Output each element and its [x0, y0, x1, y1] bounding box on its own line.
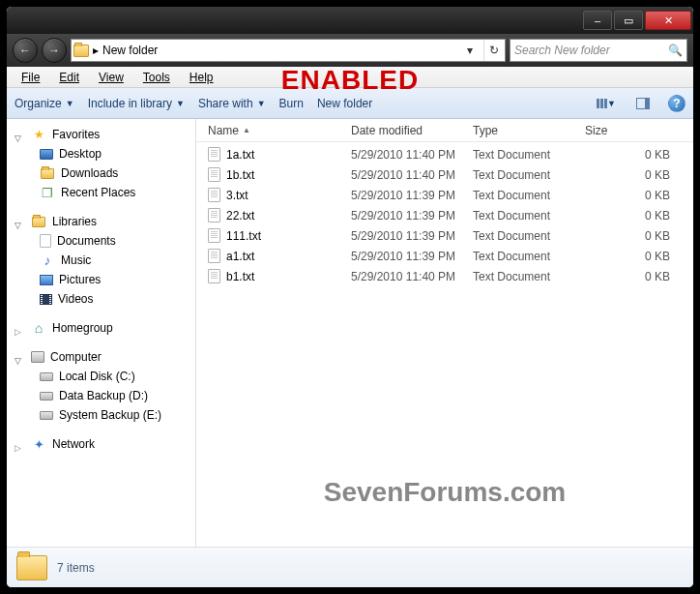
preview-pane-button[interactable] — [631, 94, 655, 113]
nav-videos[interactable]: Videos — [7, 289, 195, 309]
nav-libraries[interactable]: Libraries — [7, 212, 195, 231]
help-button[interactable]: ? — [668, 95, 685, 112]
chevron-down-icon: ▼ — [607, 99, 616, 108]
file-row[interactable]: a1.txt5/29/2010 11:39 PMText Document0 K… — [196, 246, 693, 266]
nav-group-computer: Computer Local Disk (C:) Data Backup (D:… — [7, 347, 195, 425]
file-type-cell: Text Document — [467, 168, 579, 182]
text-file-icon — [208, 228, 220, 243]
nav-drive-c[interactable]: Local Disk (C:) — [7, 367, 195, 386]
nav-computer[interactable]: Computer — [7, 347, 195, 367]
file-name: 111.txt — [226, 229, 261, 243]
videos-icon — [40, 294, 52, 305]
libraries-icon — [31, 214, 46, 229]
nav-favorites[interactable]: ★Favorites — [7, 125, 195, 144]
file-name-cell: 1b.txt — [202, 167, 345, 182]
minimize-button[interactable]: – — [583, 11, 612, 30]
address-dropdown-icon[interactable]: ▾ — [460, 40, 480, 61]
file-row[interactable]: 111.txt5/29/2010 11:39 PMText Document0 … — [196, 225, 693, 246]
nav-group-favorites: ★Favorites Desktop Downloads ❐Recent Pla… — [7, 125, 195, 202]
column-date-modified[interactable]: Date modified — [345, 124, 467, 137]
file-type-cell: Text Document — [467, 189, 579, 202]
text-file-icon — [208, 269, 220, 283]
file-row[interactable]: b1.txt5/29/2010 11:40 PMText Document0 K… — [196, 266, 693, 286]
menu-view[interactable]: View — [90, 68, 132, 87]
text-file-icon — [208, 208, 220, 223]
file-list-pane: Name▲ Date modified Type Size 1a.txt5/29… — [196, 119, 693, 547]
forward-button[interactable]: → — [42, 38, 67, 63]
nav-network[interactable]: ✦Network — [7, 434, 195, 454]
file-size-cell: 0 KB — [579, 168, 687, 182]
file-name-cell: 3.txt — [202, 188, 345, 202]
command-bar: Organize ▼ Include in library ▼ Share wi… — [7, 88, 693, 119]
computer-icon — [31, 351, 44, 363]
disclosure-triangle-icon — [15, 131, 23, 139]
search-placeholder: Search New folder — [514, 44, 610, 57]
column-name[interactable]: Name▲ — [202, 124, 345, 137]
organize-button[interactable]: Organize ▼ — [15, 97, 74, 110]
view-options-button[interactable]: ▼ — [595, 94, 618, 113]
nav-recent-places[interactable]: ❐Recent Places — [7, 183, 195, 202]
nav-group-libraries: Libraries Documents ♪Music Pictures Vide… — [7, 212, 195, 309]
menu-edit[interactable]: Edit — [50, 68, 88, 87]
maximize-button[interactable]: ▭ — [614, 11, 643, 30]
sort-ascending-icon: ▲ — [243, 126, 250, 134]
breadcrumb-separator: ▸ — [93, 44, 99, 57]
nav-homegroup[interactable]: ⌂Homegroup — [7, 318, 195, 338]
search-icon: 🔍 — [668, 44, 683, 57]
search-input[interactable]: Search New folder 🔍 — [510, 39, 687, 62]
file-date-cell: 5/29/2010 11:39 PM — [345, 189, 467, 202]
column-type[interactable]: Type — [467, 124, 579, 137]
menu-tools[interactable]: Tools — [134, 68, 179, 87]
file-type-cell: Text Document — [467, 250, 579, 263]
nav-drive-e[interactable]: System Backup (E:) — [7, 405, 195, 425]
menu-file[interactable]: File — [13, 68, 48, 87]
folder-icon — [73, 45, 89, 57]
titlebar[interactable]: – ▭ ✕ — [7, 7, 693, 34]
nav-drive-d[interactable]: Data Backup (D:) — [7, 386, 195, 405]
nav-documents[interactable]: Documents — [7, 231, 195, 251]
file-row[interactable]: 1b.txt5/29/2010 11:40 PMText Document0 K… — [196, 164, 693, 185]
share-with-button[interactable]: Share with ▼ — [198, 97, 266, 110]
burn-button[interactable]: Burn — [279, 97, 304, 110]
address-bar[interactable]: ▸ New folder ▾ ↻ — [71, 39, 506, 62]
menu-bar: File Edit View Tools Help ENABLED — [7, 67, 693, 88]
file-row[interactable]: 1a.txt5/29/2010 11:40 PMText Document0 K… — [196, 144, 693, 164]
status-item-count: 7 items — [57, 561, 95, 575]
file-date-cell: 5/29/2010 11:39 PM — [345, 209, 467, 223]
column-headers: Name▲ Date modified Type Size — [196, 119, 693, 142]
file-date-cell: 5/29/2010 11:39 PM — [345, 229, 467, 243]
column-size[interactable]: Size — [579, 124, 687, 137]
file-size-cell: 0 KB — [579, 229, 687, 243]
file-name-cell: 111.txt — [202, 228, 345, 243]
documents-icon — [40, 234, 51, 248]
disclosure-triangle-icon — [15, 353, 23, 362]
text-file-icon — [208, 188, 220, 202]
file-row[interactable]: 3.txt5/29/2010 11:39 PMText Document0 KB — [196, 185, 693, 205]
chevron-down-icon: ▼ — [176, 99, 185, 108]
homegroup-icon: ⌂ — [31, 320, 46, 336]
close-button[interactable]: ✕ — [645, 11, 691, 30]
file-row[interactable]: 22.txt5/29/2010 11:39 PMText Document0 K… — [196, 205, 693, 225]
file-name-cell: 1a.txt — [202, 147, 345, 162]
music-icon: ♪ — [40, 252, 55, 268]
nav-downloads[interactable]: Downloads — [7, 163, 195, 183]
back-button[interactable]: ← — [13, 38, 38, 63]
file-date-cell: 5/29/2010 11:40 PM — [345, 148, 467, 162]
nav-desktop[interactable]: Desktop — [7, 144, 195, 163]
nav-group-network: ✦Network — [7, 434, 195, 454]
nav-music[interactable]: ♪Music — [7, 251, 195, 270]
nav-pictures[interactable]: Pictures — [7, 270, 195, 289]
file-date-cell: 5/29/2010 11:40 PM — [345, 270, 467, 283]
file-rows[interactable]: 1a.txt5/29/2010 11:40 PMText Document0 K… — [196, 142, 693, 547]
new-folder-button[interactable]: New folder — [317, 97, 372, 110]
desktop-icon — [40, 149, 53, 160]
refresh-button[interactable]: ↻ — [483, 40, 503, 61]
file-type-cell: Text Document — [467, 209, 579, 223]
navigation-pane[interactable]: ★Favorites Desktop Downloads ❐Recent Pla… — [7, 119, 196, 547]
file-name: 22.txt — [226, 209, 254, 223]
text-file-icon — [208, 249, 220, 263]
menu-help[interactable]: Help — [181, 68, 222, 87]
drive-icon — [40, 372, 53, 381]
include-in-library-button[interactable]: Include in library ▼ — [88, 97, 185, 110]
file-name-cell: a1.txt — [202, 249, 345, 263]
